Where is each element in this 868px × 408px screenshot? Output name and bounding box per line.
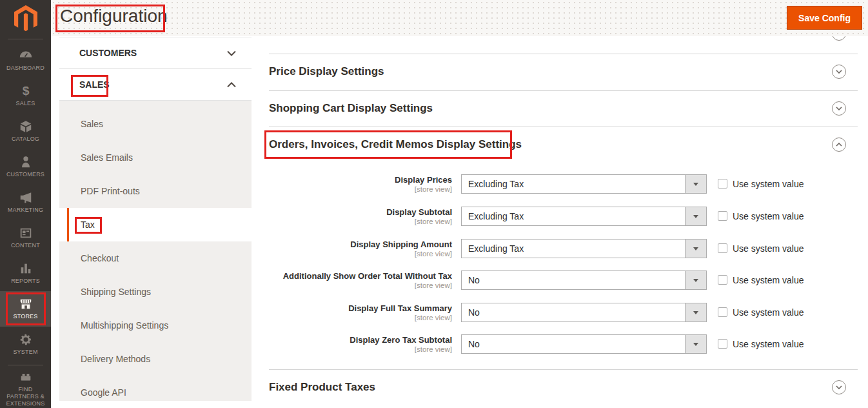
section-title: Shopping Cart Display Settings bbox=[269, 102, 433, 115]
use-system-value-label[interactable]: Use system value bbox=[733, 207, 804, 226]
sidebar-item-system[interactable]: SYSTEM bbox=[0, 327, 51, 362]
use-system-value-checkbox[interactable] bbox=[718, 339, 727, 349]
use-system-value-checkbox[interactable] bbox=[718, 275, 727, 285]
page-header: Configuration Save Config bbox=[51, 0, 868, 36]
section-fixed-product-taxes[interactable]: Fixed Product Taxes bbox=[269, 369, 858, 405]
section-price-display-settings[interactable]: Price Display Settings bbox=[269, 54, 858, 90]
svg-text:$: $ bbox=[22, 85, 29, 98]
dropdown-arrow-icon bbox=[685, 271, 706, 289]
sidebar-item-label: CONTENT bbox=[11, 242, 40, 249]
config-nav: CUSTOMERS SALES Sales Sales Emails PDF P… bbox=[59, 37, 252, 408]
select-value: No bbox=[468, 303, 480, 321]
order-total-without-tax-select[interactable]: No bbox=[461, 270, 707, 290]
sidebar-item-label: CATALOG bbox=[12, 136, 39, 143]
field-label: Display Shipping Amount [store view] bbox=[269, 240, 452, 258]
form-row-display-prices: Display Prices [store view] Excluding Ta… bbox=[269, 174, 858, 194]
config-nav-item-multishipping-settings[interactable]: Multishipping Settings bbox=[59, 309, 252, 342]
save-config-button[interactable]: Save Config bbox=[787, 6, 862, 30]
config-nav-item-label: Sales bbox=[81, 119, 103, 129]
config-nav-sales-items: Sales Sales Emails PDF Print-outs Tax Ch… bbox=[59, 101, 252, 401]
use-system-value-label[interactable]: Use system value bbox=[733, 174, 804, 194]
config-nav-item-delivery-methods[interactable]: Delivery Methods bbox=[59, 342, 252, 376]
chevron-up-icon bbox=[227, 82, 236, 88]
use-system-value-label[interactable]: Use system value bbox=[733, 239, 804, 258]
use-system-value-checkbox[interactable] bbox=[718, 307, 727, 317]
sidebar-item-catalog[interactable]: CATALOG bbox=[0, 114, 51, 149]
config-main-content: Price Display Settings Shopping Cart Dis… bbox=[269, 36, 858, 408]
section-title: Price Display Settings bbox=[269, 65, 384, 78]
config-nav-section-label: SALES bbox=[79, 79, 110, 90]
form-row-full-tax-summary: Display Full Tax Summary [store view] No… bbox=[269, 303, 858, 322]
magento-logo[interactable] bbox=[0, 0, 51, 36]
sidebar-item-stores[interactable]: STORES bbox=[0, 291, 51, 327]
app-sidebar: DASHBOARD $ SALES CATALOG CUSTOMERS MARK… bbox=[0, 0, 51, 408]
config-nav-item-pdf-print-outs[interactable]: PDF Print-outs bbox=[59, 174, 252, 208]
use-system-value-checkbox[interactable] bbox=[718, 243, 727, 253]
field-label-text: Display Shipping Amount bbox=[350, 240, 452, 249]
dropdown-arrow-icon bbox=[685, 240, 706, 258]
field-scope-note: [store view] bbox=[415, 250, 452, 258]
sidebar-item-label: DASHBOARD bbox=[6, 65, 44, 72]
display-prices-select[interactable]: Excluding Tax bbox=[461, 174, 707, 194]
config-nav-item-shipping-settings[interactable]: Shipping Settings bbox=[59, 275, 252, 309]
display-shipping-amount-select[interactable]: Excluding Tax bbox=[461, 239, 707, 258]
sidebar-item-label: REPORTS bbox=[11, 278, 40, 285]
config-nav-item-label: Google API bbox=[81, 387, 126, 398]
field-label: Additionally Show Order Total Without Ta… bbox=[269, 271, 452, 290]
config-nav-section-customers[interactable]: CUSTOMERS bbox=[59, 37, 252, 69]
field-scope-note: [store view] bbox=[415, 314, 452, 322]
magento-admin-page: DASHBOARD $ SALES CATALOG CUSTOMERS MARK… bbox=[0, 0, 868, 408]
zero-tax-subtotal-select[interactable]: No bbox=[461, 334, 707, 354]
page-title: Configuration bbox=[60, 6, 168, 26]
dollar-icon: $ bbox=[19, 84, 33, 98]
config-nav-item-tax[interactable]: Tax bbox=[59, 208, 252, 241]
sidebar-item-label: MARKETING bbox=[8, 207, 43, 214]
use-system-value-label[interactable]: Use system value bbox=[733, 270, 804, 290]
chevron-down-icon bbox=[832, 65, 846, 79]
full-tax-summary-select[interactable]: No bbox=[461, 303, 707, 322]
config-nav-item-label: Shipping Settings bbox=[81, 287, 151, 297]
sidebar-item-content[interactable]: CONTENT bbox=[0, 220, 51, 256]
config-nav-item-checkout[interactable]: Checkout bbox=[59, 241, 252, 275]
collapsed-section-chevron-icon[interactable] bbox=[832, 36, 846, 41]
config-nav-item-label: PDF Print-outs bbox=[81, 186, 140, 196]
field-label: Display Subtotal [store view] bbox=[269, 207, 452, 226]
select-value: Excluding Tax bbox=[468, 207, 524, 225]
customer-icon bbox=[19, 155, 33, 169]
magento-logo-icon bbox=[13, 4, 39, 32]
chevron-up-icon bbox=[832, 138, 846, 152]
config-nav-section-sales[interactable]: SALES bbox=[59, 69, 252, 101]
sidebar-item-label: SYSTEM bbox=[13, 349, 37, 356]
use-system-value-checkbox[interactable] bbox=[718, 211, 727, 221]
field-label: Display Zero Tax Subtotal [store view] bbox=[269, 335, 452, 354]
form-row-zero-tax-subtotal: Display Zero Tax Subtotal [store view] N… bbox=[269, 334, 858, 354]
use-system-value-label[interactable]: Use system value bbox=[733, 334, 804, 354]
sidebar-item-reports[interactable]: REPORTS bbox=[0, 256, 51, 291]
use-system-value-checkbox[interactable] bbox=[718, 179, 727, 189]
config-nav-item-sales-emails[interactable]: Sales Emails bbox=[59, 141, 252, 174]
content-layout-icon bbox=[19, 226, 33, 240]
config-nav-item-google-api[interactable]: Google API bbox=[59, 376, 252, 408]
field-label: Display Prices [store view] bbox=[269, 175, 452, 194]
section-shopping-cart-display-settings[interactable]: Shopping Cart Display Settings bbox=[269, 90, 858, 127]
sidebar-item-sales[interactable]: $ SALES bbox=[0, 78, 51, 114]
select-value: Excluding Tax bbox=[468, 175, 524, 193]
config-nav-item-label: Checkout bbox=[81, 253, 119, 263]
select-value: Excluding Tax bbox=[468, 240, 524, 258]
sidebar-item-marketing[interactable]: MARKETING bbox=[0, 185, 51, 220]
sidebar-item-dashboard[interactable]: DASHBOARD bbox=[0, 43, 51, 78]
section-orders-invoices-credit-memos[interactable]: Orders, Invoices, Credit Memos Display S… bbox=[269, 127, 858, 163]
field-label-text: Display Prices bbox=[395, 175, 452, 185]
sidebar-item-find-partners[interactable]: FIND PARTNERS & EXTENSIONS bbox=[0, 369, 51, 408]
sidebar-item-label: STORES bbox=[13, 313, 37, 320]
config-nav-item-label: Delivery Methods bbox=[81, 354, 150, 364]
config-nav-item-sales[interactable]: Sales bbox=[59, 107, 252, 141]
dropdown-arrow-icon bbox=[685, 207, 706, 225]
section-title: Fixed Product Taxes bbox=[269, 381, 375, 394]
dropdown-arrow-icon bbox=[685, 175, 706, 193]
display-subtotal-select[interactable]: Excluding Tax bbox=[461, 207, 707, 226]
dropdown-arrow-icon bbox=[685, 335, 706, 353]
config-nav-item-label: Multishipping Settings bbox=[81, 320, 168, 331]
use-system-value-label[interactable]: Use system value bbox=[733, 303, 804, 322]
sidebar-item-customers[interactable]: CUSTOMERS bbox=[0, 149, 51, 185]
